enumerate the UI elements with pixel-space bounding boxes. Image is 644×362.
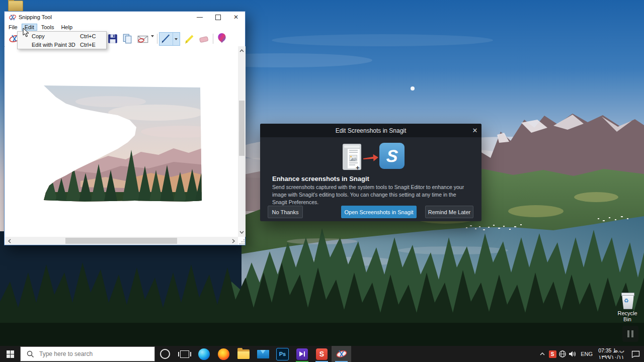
pause-overlay-icon[interactable] xyxy=(622,326,638,342)
cortana-button[interactable] xyxy=(155,346,175,362)
file-explorer-icon xyxy=(237,349,250,359)
remind-me-later-button[interactable]: Remind Me Later xyxy=(425,206,473,218)
snagit-dialog: Edit Screenshots in Snagit ✕ + S Enhance… xyxy=(260,124,481,221)
email-icon[interactable] xyxy=(137,33,149,45)
dialog-close-icon[interactable]: ✕ xyxy=(468,127,481,134)
shortcut-copy: Ctrl+C xyxy=(80,33,106,39)
desktop-folder-icon[interactable] xyxy=(8,0,22,11)
tray-chevron-up-icon[interactable] xyxy=(537,346,547,362)
screenshot-window-icon: + xyxy=(343,144,361,170)
search-icon xyxy=(27,350,34,358)
start-button[interactable] xyxy=(0,346,20,362)
copy-icon[interactable] xyxy=(122,33,133,45)
firefox-button[interactable] xyxy=(214,346,233,362)
vertical-scroll-thumb[interactable] xyxy=(239,101,245,156)
crosshair-icon: + xyxy=(356,164,360,171)
recycle-arrows-icon: ♻ xyxy=(624,298,629,304)
maximize-button[interactable] xyxy=(209,12,227,23)
title-bar: Snipping Tool — ✕ xyxy=(5,12,245,23)
mouse-cursor xyxy=(23,28,29,37)
snipping-tool-taskbar-icon xyxy=(336,349,348,359)
system-tray: S ENG 07:35 ب.ظ ۱۳۹۹/۱۰/۱۱ xyxy=(537,346,644,362)
arrow-right-icon xyxy=(362,153,379,163)
minimize-button[interactable]: — xyxy=(191,12,209,23)
scroll-left-icon[interactable] xyxy=(6,237,13,245)
firefox-icon xyxy=(218,348,229,360)
edit-dropdown-menu: Copy Ctrl+C Edit with Paint 3D Ctrl+E xyxy=(17,31,107,49)
windows-logo-icon xyxy=(7,350,14,358)
volume-icon[interactable] xyxy=(568,346,578,362)
edge-icon xyxy=(198,348,210,360)
clock-date: ۱۳۹۹/۱۰/۱۱ xyxy=(596,354,627,360)
shortcut-paint3d: Ctrl+E xyxy=(80,42,106,48)
moon xyxy=(411,86,415,90)
vertical-scrollbar[interactable] xyxy=(238,46,246,237)
scroll-up-icon[interactable] xyxy=(238,47,246,54)
mail-icon xyxy=(257,350,269,358)
network-icon[interactable] xyxy=(557,346,568,362)
snagit-icon: S xyxy=(316,348,328,360)
edge-button[interactable] xyxy=(194,346,214,362)
recycle-bin-label: Recycle Bin xyxy=(615,310,640,322)
taskbar: Ps S S xyxy=(0,346,644,362)
resize-grip[interactable] xyxy=(239,239,245,245)
no-thanks-button[interactable]: No Thanks xyxy=(268,206,303,218)
paint3d-icon[interactable] xyxy=(216,33,227,45)
menu-item-edit-with-paint3d[interactable]: Edit with Paint 3D Ctrl+E xyxy=(18,40,106,49)
cortana-icon xyxy=(160,349,170,359)
menu-item-copy[interactable]: Copy Ctrl+C xyxy=(18,32,106,40)
snip-canvas xyxy=(5,46,238,237)
recycle-bin-icon: ♻ xyxy=(621,293,634,309)
email-dropdown-icon[interactable] xyxy=(151,37,154,46)
dialog-heading: Enhance screenshots in Snagit xyxy=(272,175,369,183)
menu-file[interactable]: File xyxy=(6,24,21,31)
save-icon[interactable] xyxy=(107,33,118,45)
menu-help[interactable]: Help xyxy=(58,24,75,31)
photoshop-button[interactable]: Ps xyxy=(273,346,292,362)
horizontal-scroll-thumb[interactable] xyxy=(65,238,177,244)
mail-button[interactable] xyxy=(253,346,273,362)
taskbar-clock[interactable]: 07:35 ب.ظ ۱۳۹۹/۱۰/۱۱ xyxy=(596,347,627,360)
open-screenshots-button[interactable]: Open Screenshots in Snagit xyxy=(341,206,417,218)
menu-bar: File Edit Tools Help xyxy=(5,23,245,31)
snagit-taskbar-button[interactable]: S xyxy=(312,346,332,362)
photoshop-icon: Ps xyxy=(276,348,289,360)
snipping-tool-taskbar-button[interactable] xyxy=(332,346,351,362)
taskbar-search[interactable] xyxy=(20,346,155,361)
close-button[interactable]: ✕ xyxy=(227,12,245,23)
action-center-button[interactable] xyxy=(627,346,644,362)
tray-snagit-icon[interactable]: S xyxy=(547,346,557,362)
scroll-down-icon[interactable] xyxy=(238,229,246,236)
window-title: Snipping Tool xyxy=(19,14,191,20)
search-input[interactable] xyxy=(38,350,141,358)
recycle-bin[interactable]: ♻ Recycle Bin xyxy=(615,293,640,322)
media-player-icon xyxy=(296,348,308,360)
language-indicator[interactable]: ENG xyxy=(578,351,596,357)
snagit-logo: S xyxy=(379,143,405,169)
pen-dropdown-icon[interactable] xyxy=(173,33,179,45)
pen-icon xyxy=(159,33,173,44)
snipping-tool-icon xyxy=(9,14,17,21)
pen-button-selected[interactable] xyxy=(159,32,180,46)
highlighter-icon[interactable] xyxy=(184,33,196,45)
file-explorer-button[interactable] xyxy=(233,346,253,362)
action-center-icon xyxy=(631,350,640,358)
eraser-icon[interactable] xyxy=(198,33,210,45)
dialog-body-text: Send screenshots captured with the syste… xyxy=(272,184,471,207)
task-view-button[interactable] xyxy=(175,346,194,362)
scroll-right-icon[interactable] xyxy=(230,237,237,245)
dialog-title-bar: Edit Screenshots in Snagit ✕ xyxy=(260,124,481,137)
task-view-icon xyxy=(180,350,189,358)
snipping-tool-window: Snipping Tool — ✕ File Edit Tools Help xyxy=(4,11,246,245)
media-player-button[interactable] xyxy=(292,346,312,362)
menu-tools[interactable]: Tools xyxy=(38,24,57,31)
horizontal-scrollbar[interactable] xyxy=(5,237,238,245)
clock-time: 07:35 ب.ظ xyxy=(596,347,627,354)
snipped-image xyxy=(5,46,238,237)
dialog-title: Edit Screenshots in Snagit xyxy=(260,127,468,134)
